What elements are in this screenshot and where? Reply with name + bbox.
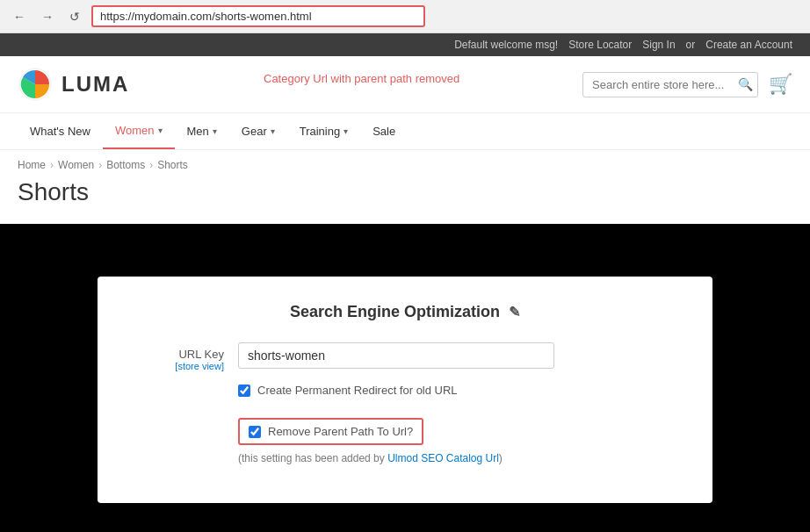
addon-note: (this setting has been added by Ulmod SE… (238, 452, 677, 464)
breadcrumb-home[interactable]: Home (18, 159, 46, 171)
back-button[interactable]: ← (9, 8, 30, 25)
breadcrumb: Home › Women › Bottoms › Shorts (18, 159, 792, 171)
nav-item-gear[interactable]: Gear ▾ (229, 114, 287, 148)
search-area: 🔍 🛒 (582, 72, 792, 97)
redirect-field: Create Permanent Redirect for old URL (238, 384, 677, 406)
browser-bar: ← → ↺ (0, 0, 810, 33)
remove-parent-label-spacer (133, 418, 238, 423)
breadcrumb-separator: › (98, 159, 102, 171)
page-title: Shorts (18, 178, 792, 206)
remove-parent-path-label: Remove Parent Path To Url? (268, 425, 413, 438)
create-redirect-checkbox[interactable] (238, 385, 250, 397)
url-key-row: URL Key [store view] (133, 342, 677, 371)
seo-panel-title: Search Engine Optimization ✎ (133, 303, 677, 321)
breadcrumb-separator: › (149, 159, 153, 171)
create-redirect-label: Create Permanent Redirect for old URL (257, 384, 458, 397)
addon-link[interactable]: Ulmod SEO Catalog Url (387, 452, 499, 464)
store-content: Home › Women › Bottoms › Shorts Shorts (0, 150, 810, 224)
remove-parent-path-checkbox[interactable] (249, 426, 261, 438)
url-key-label: URL Key [store view] (133, 342, 238, 371)
logo-area: LUMA (18, 67, 129, 102)
nav-item-women[interactable]: Women ▾ (103, 113, 175, 149)
store-top-bar: Default welcome msg! Store Locator Sign … (0, 33, 810, 56)
chevron-down-icon: ▾ (158, 126, 163, 135)
annotation-label: Category Url with parent path removed (264, 72, 459, 85)
edit-icon[interactable]: ✎ (509, 304, 520, 320)
nav-item-sale[interactable]: Sale (360, 114, 408, 148)
breadcrumb-current: Shorts (157, 159, 188, 171)
address-bar[interactable] (91, 5, 425, 27)
chevron-down-icon: ▾ (271, 126, 275, 136)
bottom-section: Search Engine Optimization ✎ URL Key [st… (0, 250, 810, 532)
store-locator-link[interactable]: Store Locator (568, 39, 632, 51)
remove-parent-highlighted-row: Remove Parent Path To Url? (238, 418, 423, 445)
black-gap (0, 224, 810, 250)
search-input[interactable] (582, 72, 758, 97)
remove-parent-field: Remove Parent Path To Url? (this setting… (238, 418, 677, 464)
forward-button[interactable]: → (37, 8, 58, 25)
seo-panel: Search Engine Optimization ✎ URL Key [st… (98, 277, 712, 503)
create-redirect-row: Create Permanent Redirect for old URL (238, 384, 677, 397)
refresh-button[interactable]: ↺ (65, 8, 84, 25)
or-text: or (686, 39, 696, 51)
breadcrumb-bottoms[interactable]: Bottoms (106, 159, 145, 171)
breadcrumb-women[interactable]: Women (58, 159, 94, 171)
remove-parent-path-row: Remove Parent Path To Url? (this setting… (133, 418, 677, 464)
url-key-field (238, 342, 677, 369)
or-separator: Sign In (642, 39, 675, 51)
redirect-checkbox-row: Create Permanent Redirect for old URL (133, 384, 677, 406)
store-view-label: [store view] (133, 361, 224, 371)
logo-text: LUMA (61, 72, 129, 97)
breadcrumb-separator: › (50, 159, 54, 171)
create-account-link[interactable]: Create an Account (705, 39, 792, 51)
chevron-down-icon: ▾ (344, 126, 348, 136)
nav-item-whats-new[interactable]: What's New (18, 114, 103, 148)
store-header: LUMA Category Url with parent path remov… (0, 56, 810, 113)
welcome-message: Default welcome msg! (454, 39, 558, 51)
nav-item-men[interactable]: Men ▾ (175, 114, 229, 148)
nav-item-training[interactable]: Training ▾ (287, 114, 360, 148)
chevron-down-icon: ▾ (213, 126, 217, 136)
search-icon-button[interactable]: 🔍 (738, 77, 753, 91)
search-wrapper: 🔍 (582, 72, 758, 97)
redirect-label-spacer (133, 384, 238, 389)
cart-icon[interactable]: 🛒 (769, 73, 792, 96)
luma-logo-icon (18, 67, 53, 102)
nav-menu: What's New Women ▾ Men ▾ Gear ▾ Training… (0, 113, 810, 150)
url-key-input[interactable] (238, 342, 554, 369)
